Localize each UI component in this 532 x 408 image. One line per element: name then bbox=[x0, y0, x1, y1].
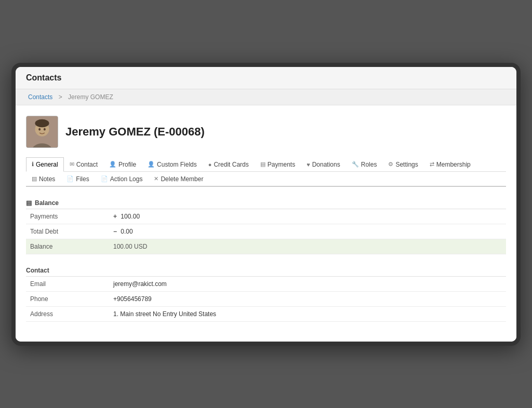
balance-section: ▤ Balance Payments + 100.00 Total Debt −… bbox=[26, 196, 506, 254]
content-area: Jeremy GOMEZ (E-00068) ℹ General ✉ Conta… bbox=[16, 105, 516, 342]
notes-icon: ▤ bbox=[32, 175, 37, 182]
tab-files-label: Files bbox=[76, 175, 89, 183]
email-value: jeremy@rakict.com bbox=[109, 277, 506, 292]
tab-notes-label: Notes bbox=[39, 175, 55, 183]
svg-point-4 bbox=[38, 128, 41, 130]
custom-fields-icon: 👤 bbox=[148, 161, 155, 168]
contact-icon: ✉ bbox=[70, 161, 74, 168]
tab-action-logs-label: Action Logs bbox=[110, 175, 143, 183]
payments-icon: ▤ bbox=[260, 161, 265, 168]
tab-notes[interactable]: ▤ Notes bbox=[26, 172, 61, 186]
contact-table: Email jeremy@rakict.com Phone +905645678… bbox=[26, 277, 506, 322]
phone-label: Phone bbox=[26, 291, 109, 306]
tab-general-label: General bbox=[36, 161, 58, 168]
tab-payments[interactable]: ▤ Payments bbox=[255, 157, 301, 171]
general-icon: ℹ bbox=[32, 161, 34, 168]
tab-payments-label: Payments bbox=[268, 161, 295, 168]
balance-label: Balance bbox=[26, 239, 109, 254]
tab-membership-label: Membership bbox=[436, 161, 471, 168]
tab-membership[interactable]: ⇄ Membership bbox=[424, 157, 476, 171]
app-title: Contacts bbox=[26, 73, 61, 82]
roles-icon: 🔧 bbox=[352, 161, 359, 168]
tab-general[interactable]: ℹ General bbox=[26, 157, 64, 172]
breadcrumb-current: Jeremy GOMEZ bbox=[68, 93, 113, 101]
tab-action-logs[interactable]: 📄 Action Logs bbox=[95, 172, 149, 186]
device-frame: Contacts Contacts > Jeremy GOMEZ bbox=[11, 63, 521, 346]
settings-icon: ⚙ bbox=[388, 161, 393, 168]
phone-value: +9056456789 bbox=[109, 291, 506, 306]
tab-credit-cards-label: Credit Cards bbox=[214, 161, 248, 168]
contact-row-phone: Phone +9056456789 bbox=[26, 291, 506, 306]
contact-section-title: Contact bbox=[26, 264, 506, 277]
tabs-row2: ▤ Notes 📄 Files 📄 Action Logs ✕ Delete M… bbox=[26, 172, 506, 187]
contact-row-address: Address 1. Main street No Entry United S… bbox=[26, 306, 506, 321]
member-header: Jeremy GOMEZ (E-00068) bbox=[26, 116, 506, 148]
tabs-row1: ℹ General ✉ Contact 👤 Profile 👤 Custom F… bbox=[26, 157, 506, 172]
member-name: Jeremy GOMEZ (E-00068) bbox=[65, 125, 205, 139]
tab-donations[interactable]: ♥ Donations bbox=[301, 157, 346, 171]
tab-custom-fields[interactable]: 👤 Custom Fields bbox=[142, 157, 203, 171]
balance-table: Payments + 100.00 Total Debt − 0.00 Bala… bbox=[26, 209, 506, 254]
membership-icon: ⇄ bbox=[430, 161, 434, 168]
balance-row-balance: Balance 100.00 USD bbox=[26, 239, 506, 254]
tab-roles-label: Roles bbox=[361, 161, 377, 168]
profile-icon: 👤 bbox=[109, 161, 116, 168]
balance-icon: ▤ bbox=[26, 199, 32, 207]
tab-donations-label: Donations bbox=[312, 161, 340, 168]
tab-delete-member-label: Delete Member bbox=[161, 175, 203, 183]
svg-point-5 bbox=[44, 128, 46, 130]
contact-section: Contact Email jeremy@rakict.com Phone +9… bbox=[26, 264, 506, 322]
tab-credit-cards[interactable]: ● Credit Cards bbox=[203, 157, 255, 171]
payments-value: + 100.00 bbox=[109, 209, 506, 224]
tab-files[interactable]: 📄 Files bbox=[61, 172, 95, 186]
delete-member-icon: ✕ bbox=[154, 175, 158, 182]
svg-point-3 bbox=[35, 119, 49, 127]
credit-cards-icon: ● bbox=[208, 161, 212, 168]
action-logs-icon: 📄 bbox=[101, 175, 108, 182]
address-value: 1. Main street No Entry United States bbox=[109, 306, 506, 321]
balance-section-title: ▤ Balance bbox=[26, 196, 506, 209]
donations-icon: ♥ bbox=[307, 161, 310, 168]
breadcrumb: Contacts > Jeremy GOMEZ bbox=[16, 89, 516, 105]
payments-label: Payments bbox=[26, 209, 109, 224]
tab-custom-fields-label: Custom Fields bbox=[157, 161, 197, 168]
total-debt-value: − 0.00 bbox=[109, 224, 506, 239]
tab-profile[interactable]: 👤 Profile bbox=[103, 157, 142, 171]
contact-row-email: Email jeremy@rakict.com bbox=[26, 277, 506, 292]
tab-roles[interactable]: 🔧 Roles bbox=[346, 157, 383, 171]
balance-value: 100.00 USD bbox=[109, 239, 506, 254]
address-label: Address bbox=[26, 306, 109, 321]
balance-row-payments: Payments + 100.00 bbox=[26, 209, 506, 224]
avatar bbox=[26, 116, 58, 148]
tab-contact-label: Contact bbox=[76, 161, 98, 168]
total-debt-label: Total Debt bbox=[26, 224, 109, 239]
tab-contact[interactable]: ✉ Contact bbox=[64, 157, 103, 171]
tab-delete-member[interactable]: ✕ Delete Member bbox=[148, 172, 209, 186]
breadcrumb-separator: > bbox=[59, 93, 62, 101]
app-header: Contacts bbox=[16, 67, 516, 89]
email-label: Email bbox=[26, 277, 109, 292]
tab-settings[interactable]: ⚙ Settings bbox=[382, 157, 423, 171]
breadcrumb-parent[interactable]: Contacts bbox=[28, 93, 52, 101]
tab-settings-label: Settings bbox=[395, 161, 418, 168]
files-icon: 📄 bbox=[66, 175, 74, 182]
balance-row-total-debt: Total Debt − 0.00 bbox=[26, 224, 506, 239]
tab-profile-label: Profile bbox=[118, 161, 136, 168]
